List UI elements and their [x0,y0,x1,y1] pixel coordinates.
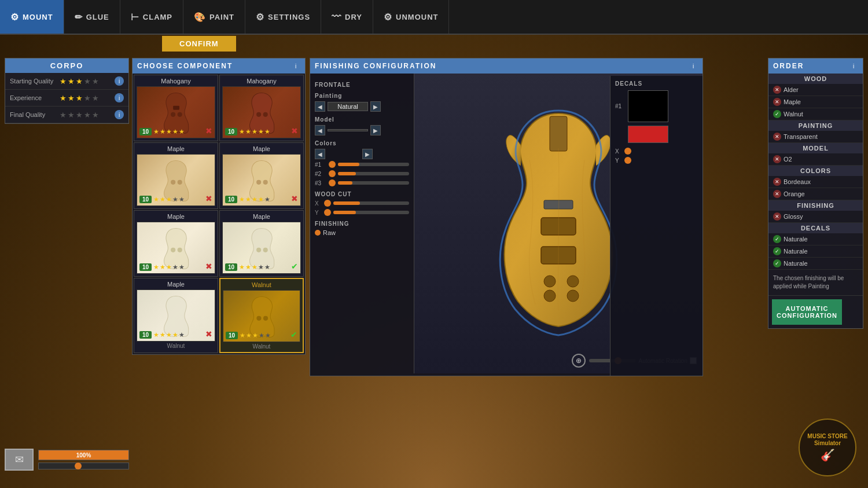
svg-point-12 [263,247,268,252]
painting-next[interactable]: ▶ [370,101,381,112]
toolbar-glue[interactable]: ✏ GLUE [64,0,120,34]
card-img-5: 10 ★★★★★ ✔ [222,222,301,274]
toolbar-settings[interactable]: ⚙ SETTINGS [245,0,321,34]
card-badge-5: 10 [225,263,237,271]
card-footer-6: Walnut [137,343,215,349]
experience-info[interactable]: i [115,93,124,102]
order-glossy-text: Glossy [784,213,803,220]
starting-quality-stars: ★ ★ ★ ★ ★ [60,77,99,86]
progress-bar-container: 100% [38,450,129,460]
component-card-1[interactable]: Mahogany 10 ★★★★★ ✖ [219,75,304,141]
component-card-3[interactable]: Maple 10 ★★★★★ ✖ [219,142,304,209]
experience-stars: ★ ★ ★ ★ ★ [60,94,99,102]
card-img-1: 10 ★★★★★ ✖ [222,86,301,138]
finishing-section-title: FINISHING [315,221,409,227]
exp-star3: ★ [76,94,83,102]
starting-quality-info[interactable]: i [115,76,124,86]
colors-prev[interactable]: ◀ [315,149,325,159]
toolbar-dry[interactable]: 〰 DRY [321,0,373,34]
card-name-4: Maple [137,213,215,220]
color-slider-2: #2 [315,170,409,177]
painting-value: Natural [328,102,368,111]
woodcut-y-label: Y [315,210,322,216]
order-orange: ✕ Orange [768,188,863,200]
hud-envelope-row: ✉ 100% [5,449,129,471]
toolbar-clamp[interactable]: ⊢ CLAMP [120,0,183,34]
card-stars-4: ★★★★★ [153,263,185,271]
svg-point-6 [178,179,182,184]
order-maple-text: Maple [784,98,801,105]
order-painting-title: PAINTING [768,120,863,131]
card-img-4: 10 ★★★★★ ✖ [137,222,215,274]
component-card-4[interactable]: Maple 10 ★★★★★ ✖ [134,210,218,277]
auto-config-button[interactable]: AUTOMATIC CONFIGURATION [772,299,842,325]
toolbar-mount[interactable]: ⚙ MOUNT [0,0,64,34]
model-prev[interactable]: ◀ [315,125,325,135]
card-img-2: 10 ★★★★★ ✖ [137,154,215,206]
order-naturale-2-text: Naturale [784,248,808,255]
svg-rect-22 [544,200,573,209]
corpo-panel: CORPO Starting Quality ★ ★ ★ ★ ★ i Exper… [5,58,129,124]
painting-prev[interactable]: ◀ [315,101,325,112]
component-card-2[interactable]: Maple 10 ★★★★★ ✖ [134,142,218,209]
woodcut-title: WOOD CUT [315,191,409,197]
color-track-3[interactable] [338,181,409,185]
svg-point-1 [178,112,182,116]
progress-slider[interactable] [38,463,129,469]
order-naturale-3-text: Naturale [784,260,808,267]
glue-label: GLUE [86,13,109,21]
final-quality-info[interactable]: i [115,110,124,119]
woodcut-x-track[interactable] [333,201,409,205]
order-naturale-3-check: ✓ [773,259,781,267]
colors-title: Colors [315,140,409,146]
order-alder-check: ✕ [773,86,781,94]
component-card-7[interactable]: Walnut 10 ★★★★★ ✔ Walnut [219,278,304,353]
dry-icon: 〰 [332,12,341,22]
unmount-icon: ⚙ [384,12,392,23]
order-walnut-check: ✓ [773,110,781,118]
color-track-2[interactable] [338,172,409,175]
svg-point-21 [544,290,556,302]
rotation-icon: ⊕ [572,354,586,368]
final-quality-row: Final Quality ★ ★ ★ ★ ★ i [5,107,128,123]
logo-text: MUSIC STORESimulator [807,433,847,447]
component-panel: CHOOSE COMPONENT i Mahogany 10 ★★★★★ ✖ [132,58,306,355]
component-panel-info[interactable]: i [291,61,300,71]
star5: ★ [92,77,99,86]
order-maple: ✕ Maple [768,96,863,108]
finishing-info-btn[interactable]: i [689,61,698,71]
logo-icon: 🎸 [821,448,835,462]
svg-point-0 [171,112,175,116]
order-info-btn[interactable]: i [849,61,858,71]
fq-star3: ★ [76,111,83,119]
final-quality-stars: ★ ★ ★ ★ ★ [60,111,99,119]
finishing-header: FINISHING CONFIGURATION i [310,58,703,74]
component-card-0[interactable]: Mahogany 10 ★★★★★ ✖ [134,75,218,141]
order-colors-title: COLORS [768,166,863,176]
order-naturale-3: ✓ Naturale [768,258,863,270]
components-grid: Mahogany 10 ★★★★★ ✖ Mahogany [133,74,305,354]
confirm-button[interactable]: CONFIRM [162,36,236,52]
woodcut-y-track[interactable] [333,211,409,214]
component-card-6[interactable]: Maple 10 ★★★★★ ✖ Walnut [134,278,218,353]
settings-label: SETTINGS [268,13,310,21]
progress-bars: 100% [38,450,129,469]
order-orange-text: Orange [784,190,805,197]
experience-row: Experience ★ ★ ★ ★ ★ i [5,90,128,107]
decal-preview-row-2 [615,126,698,143]
order-model-title: MODEL [768,143,863,153]
toolbar-unmount[interactable]: ⚙ UNMOUNT [373,0,449,34]
model-next[interactable]: ▶ [370,125,381,135]
order-o2-text: O2 [784,156,792,163]
card-stars-2: ★★★★★ [153,196,185,203]
colors-next[interactable]: ▶ [362,149,373,159]
order-alder: ✕ Alder [768,84,863,96]
toolbar-paint[interactable]: 🎨 PAINT [183,0,245,34]
order-transparent: ✕ Transparent [768,131,863,143]
woodcut-y-fill [333,211,356,214]
star4: ★ [84,77,91,86]
color-track-1[interactable] [338,163,409,166]
star3: ★ [76,77,83,86]
component-card-5[interactable]: Maple 10 ★★★★★ ✔ [219,210,304,277]
card-stars-1: ★★★★★ [239,128,270,135]
